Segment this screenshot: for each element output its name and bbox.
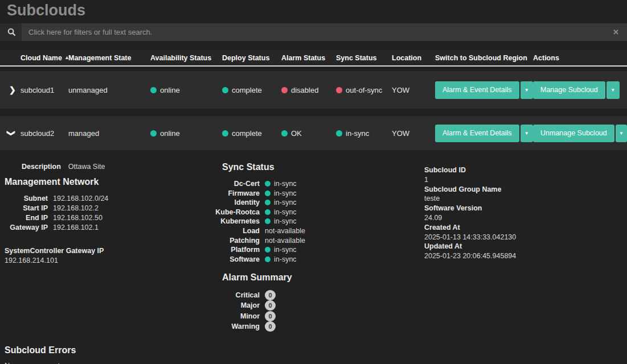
alarm-count-badge: 0: [265, 290, 276, 300]
system-controller-label: SystemController Gateway IP: [5, 246, 215, 256]
caret-down-icon: ▼: [619, 131, 624, 136]
manage-subcloud-button[interactable]: Manage Subcloud: [533, 81, 605, 99]
sync-text: in-sync: [274, 217, 297, 225]
status-dot-teal: [281, 130, 288, 136]
alarm-item-minor: Minor 0: [215, 311, 424, 321]
info-value: 2025-01-23 20:06:45.945894: [424, 251, 627, 261]
column-header-availability-status[interactable]: Availability Status: [150, 54, 222, 62]
sync-text: not-available: [265, 227, 305, 235]
status-dot-teal: [265, 200, 271, 205]
sync-text: not-available: [265, 237, 305, 245]
alarm-item-major: Major 0: [215, 300, 424, 311]
unmanage-subcloud-button[interactable]: Unmanage Subcloud: [533, 125, 614, 142]
info-label: Updated At: [424, 242, 627, 251]
alarm-event-details-dropdown-button[interactable]: ▼: [521, 125, 533, 142]
sync-value: not-available: [265, 236, 305, 246]
sync-text: in-sync: [274, 246, 297, 254]
search-input[interactable]: Click here for filters or full text sear…: [22, 23, 627, 41]
sync-item-kube-rootca: Kube-Rootca in-sync: [215, 208, 424, 217]
status-text: OK: [291, 129, 302, 138]
sync-status-title: Sync Status: [215, 162, 424, 172]
sync-label: Dc-Cert: [215, 179, 260, 189]
table-header-row: Cloud Name▲ Management State Availabilit…: [0, 50, 627, 67]
field-gateway-ip: Gateway IP 192.168.102.1: [5, 223, 215, 233]
info-updated-at: Updated At 2025-01-23 20:06:45.945894: [424, 242, 627, 261]
sync-label: Patching: [215, 236, 260, 246]
sync-value: in-sync: [265, 189, 297, 198]
status-dot-teal: [222, 130, 228, 136]
field-value: 192.168.102.2: [53, 204, 99, 213]
management-network-title: Management Network: [5, 177, 215, 187]
alarm-label: Critical: [215, 291, 260, 299]
alarm-count-badge: 0: [265, 311, 276, 321]
status-dot-teal: [265, 218, 271, 224]
description-value: Ottawa Site: [68, 163, 105, 171]
column-header-management-state[interactable]: Management State: [68, 54, 150, 62]
switch-region-cell: Alarm & Event Details ▼: [435, 125, 533, 142]
status-text: out-of-sync: [346, 86, 382, 94]
alarm-status-cell: OK: [281, 129, 336, 138]
column-header-actions[interactable]: Actions: [533, 54, 627, 62]
column-header-cloud-name[interactable]: Cloud Name▲: [21, 54, 68, 62]
status-text: complete: [232, 86, 262, 94]
sync-text: in-sync: [274, 255, 297, 263]
alarm-item-critical: Critical 0: [215, 289, 424, 300]
status-dot-teal: [150, 87, 157, 93]
status-dot-teal: [265, 209, 271, 215]
description-row: DescriptionOttawa Site: [22, 162, 215, 171]
manage-subcloud-dropdown-button[interactable]: ▼: [606, 81, 620, 99]
clear-search-icon[interactable]: ✕: [612, 28, 620, 36]
column-header-switch-region[interactable]: Switch to Subcloud Region: [435, 54, 533, 62]
status-dot-teal: [265, 181, 271, 187]
sync-value: in-sync: [265, 198, 297, 208]
deploy-status-cell: complete: [222, 86, 281, 94]
sync-value: in-sync: [265, 255, 297, 264]
sync-item-software: Software in-sync: [215, 255, 424, 264]
sync-label: Platform: [215, 245, 260, 255]
alarm-event-details-dropdown-button[interactable]: ▼: [521, 81, 533, 99]
chevron-down-icon[interactable]: ❯: [7, 130, 16, 136]
alarm-event-details-button[interactable]: Alarm & Event Details: [435, 125, 519, 142]
column-header-location[interactable]: Location: [392, 54, 435, 62]
field-subnet: Subnet 192.168.102.0/24: [5, 194, 215, 204]
sync-value: in-sync: [265, 217, 297, 226]
details-right-column: Subcloud ID 1 Subcloud Group Name teste …: [424, 162, 627, 332]
field-end-ip: End IP 192.168.102.50: [5, 213, 215, 223]
info-value: 24.09: [424, 213, 627, 223]
subcloud-errors-message: No errors present: [5, 362, 627, 364]
alarm-label: Major: [215, 301, 260, 309]
sync-text: in-sync: [274, 189, 297, 197]
status-text: online: [160, 129, 180, 138]
field-label: Subnet: [5, 194, 48, 204]
column-header-alarm-status[interactable]: Alarm Status: [281, 54, 336, 62]
column-header-sync-status[interactable]: Sync Status: [336, 54, 392, 62]
column-header-label: Cloud Name: [21, 54, 62, 62]
status-dot-teal: [265, 191, 271, 196]
info-label: Created At: [424, 223, 627, 233]
location-cell: YOW: [392, 86, 435, 94]
alarm-label: Warning: [215, 322, 260, 330]
alarm-status-cell: disabled: [281, 86, 336, 94]
sync-text: in-sync: [274, 198, 297, 206]
status-text: online: [160, 86, 180, 94]
sync-label: Load: [215, 226, 260, 236]
sync-item-kubernetes: Kubernetes in-sync: [215, 217, 424, 226]
status-dot-teal: [150, 130, 157, 136]
subcloud-details-panel: DescriptionOttawa Site Management Networ…: [0, 150, 627, 332]
status-dot-red: [281, 87, 288, 93]
chevron-right-icon[interactable]: ❯: [9, 85, 16, 94]
alarm-count-badge: 0: [265, 300, 276, 311]
search-icon[interactable]: [7, 28, 16, 36]
management-state-cell: managed: [68, 129, 150, 138]
caret-down-icon: ▼: [524, 131, 529, 136]
field-label: Start IP: [5, 204, 48, 213]
unmanage-subcloud-dropdown-button[interactable]: ▼: [616, 125, 627, 142]
alarm-event-details-button[interactable]: Alarm & Event Details: [435, 81, 519, 99]
info-value: teste: [424, 194, 627, 204]
description-label: Description: [22, 163, 61, 171]
search-bar: Click here for filters or full text sear…: [0, 23, 627, 41]
info-label: Software Version: [424, 204, 627, 213]
column-header-deploy-status[interactable]: Deploy Status: [222, 54, 281, 62]
management-state-cell: unmanaged: [68, 86, 150, 94]
sync-text: in-sync: [274, 208, 297, 216]
